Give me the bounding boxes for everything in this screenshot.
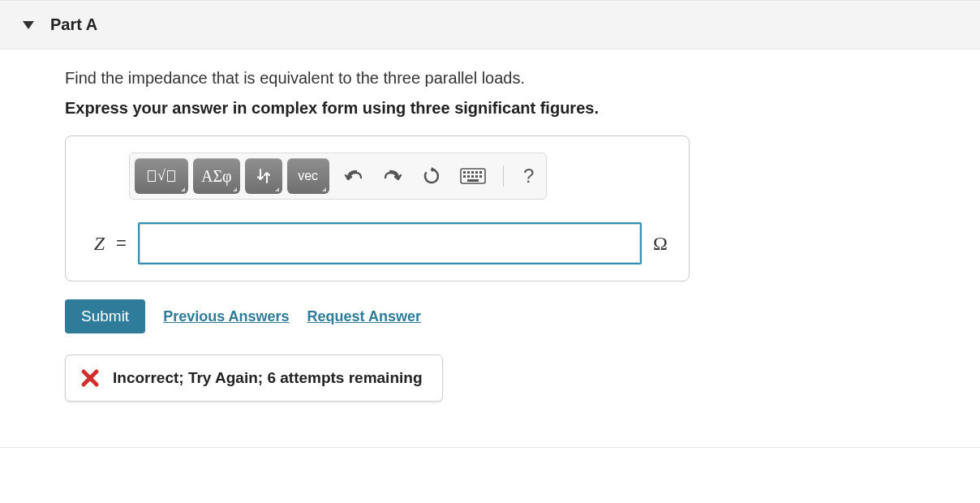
part-header[interactable]: Part A	[0, 0, 980, 49]
templates-tab[interactable]: √	[135, 158, 188, 194]
greek-tab[interactable]: ΑΣφ	[193, 158, 240, 194]
caret-down-icon	[23, 21, 34, 29]
reset-button[interactable]	[417, 161, 446, 191]
svg-rect-1	[463, 171, 466, 174]
vector-tab-label: vec	[298, 170, 318, 183]
svg-rect-11	[467, 179, 479, 182]
toolbar-separator	[503, 166, 504, 187]
variable-label: Z	[84, 233, 105, 255]
previous-answers-link[interactable]: Previous Answers	[163, 308, 289, 325]
undo-button[interactable]	[339, 161, 368, 191]
feedback-box: Incorrect; Try Again; 6 attempts remaini…	[65, 355, 443, 402]
redo-button[interactable]	[378, 161, 407, 191]
help-button[interactable]: ?	[518, 161, 539, 191]
submit-button[interactable]: Submit	[65, 299, 145, 333]
svg-rect-3	[471, 171, 474, 174]
content-area: Find the impedance that is equivalent to…	[0, 49, 892, 426]
svg-rect-7	[467, 175, 470, 178]
svg-rect-4	[475, 171, 478, 174]
feedback-message: Incorrect; Try Again; 6 attempts remaini…	[113, 369, 423, 387]
greek-tab-label: ΑΣφ	[201, 168, 232, 184]
answer-box: √ ΑΣφ vec	[65, 135, 690, 282]
svg-rect-9	[475, 175, 478, 178]
svg-rect-2	[467, 171, 470, 174]
incorrect-icon	[80, 368, 100, 388]
action-row: Submit Previous Answers Request Answer	[65, 299, 892, 333]
footer-divider	[0, 447, 980, 448]
answer-input-row: Z = Ω	[84, 222, 671, 264]
part-title: Part A	[50, 15, 97, 34]
svg-rect-5	[479, 171, 482, 174]
equals-sign: =	[116, 233, 127, 254]
instruction-text: Express your answer in complex form usin…	[65, 99, 892, 118]
request-answer-link[interactable]: Request Answer	[307, 308, 421, 325]
svg-rect-6	[463, 175, 466, 178]
subscript-superscript-tab[interactable]	[245, 158, 282, 194]
answer-input[interactable]	[138, 222, 642, 264]
question-text: Find the impedance that is equivalent to…	[65, 69, 892, 88]
vector-tab[interactable]: vec	[287, 158, 329, 194]
unit-label: Ω	[653, 233, 671, 255]
svg-rect-10	[479, 175, 482, 178]
svg-rect-8	[471, 175, 474, 178]
keyboard-button[interactable]	[456, 161, 490, 191]
equation-toolbar: √ ΑΣφ vec	[129, 153, 547, 200]
